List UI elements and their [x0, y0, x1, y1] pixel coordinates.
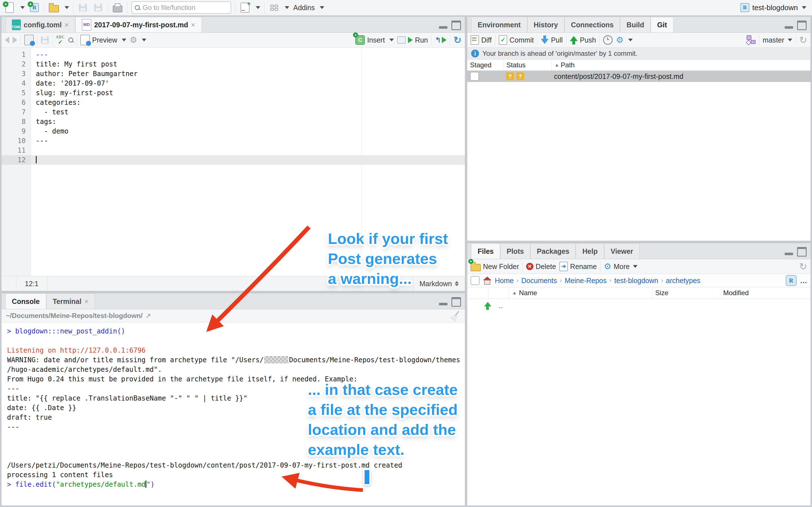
version-control-dropdown-icon[interactable]: [256, 6, 260, 9]
commit-button[interactable]: ✓Commit: [499, 35, 534, 45]
goto-file-input[interactable]: [142, 3, 219, 12]
addins-button[interactable]: Addins: [293, 4, 315, 12]
save-icon[interactable]: [77, 1, 89, 14]
project-selector[interactable]: R test-blogdown: [741, 3, 806, 12]
new-project-icon[interactable]: R+: [29, 1, 40, 14]
gear-dropdown-icon[interactable]: [142, 39, 146, 41]
maximize-pane-icon[interactable]: [797, 247, 807, 257]
close-tab-icon[interactable]: ×: [84, 297, 89, 306]
minimize-pane-icon[interactable]: [439, 26, 448, 29]
column-name[interactable]: ▲Name: [509, 287, 652, 298]
parent-directory-link[interactable]: ..: [499, 302, 503, 310]
source-sync-icon[interactable]: ↻: [454, 35, 462, 45]
back-icon[interactable]: [5, 37, 9, 43]
close-tab-icon[interactable]: ×: [64, 20, 69, 29]
pull-button[interactable]: Pull: [541, 36, 563, 45]
cursor-position[interactable]: 12:1: [16, 276, 47, 291]
more-directory-button[interactable]: …: [800, 276, 807, 285]
refresh-icon[interactable]: ↻: [799, 35, 808, 45]
tab-help[interactable]: Help: [576, 243, 604, 259]
find-icon[interactable]: [68, 38, 73, 43]
tab-environment[interactable]: Environment: [471, 17, 527, 33]
maximize-pane-icon[interactable]: [451, 20, 461, 30]
minimize-pane-icon[interactable]: [439, 303, 448, 305]
git-more-gear-icon[interactable]: ⚙: [616, 36, 624, 44]
column-modified[interactable]: Modified: [720, 287, 811, 298]
branch-icon[interactable]: [746, 35, 756, 45]
rename-button[interactable]: ➜Rename: [559, 262, 597, 271]
diff-button[interactable]: Diff: [470, 35, 492, 45]
column-size[interactable]: Size: [652, 287, 720, 298]
new-file-dropdown-icon[interactable]: [20, 6, 25, 9]
parent-directory-row[interactable]: ..: [467, 299, 811, 313]
tab-viewer[interactable]: Viewer: [604, 243, 640, 259]
branch-selector[interactable]: master: [763, 36, 792, 44]
rerun-icon[interactable]: ↰: [435, 36, 447, 44]
tab-config-toml[interactable]: TOML config.toml ×: [5, 17, 75, 33]
console-output[interactable]: > blogdown:::new_post_addin() Listening …: [1, 323, 465, 506]
goto-file-search[interactable]: [132, 1, 231, 14]
close-tab-icon[interactable]: ×: [191, 20, 195, 29]
addins-dropdown-icon[interactable]: [320, 6, 324, 9]
open-file-dropdown-icon[interactable]: [64, 6, 69, 9]
version-control-icon[interactable]: [239, 1, 251, 14]
breadcrumb-archetypes[interactable]: archetypes: [666, 277, 700, 285]
popout-window-icon[interactable]: [24, 35, 34, 45]
select-all-checkbox[interactable]: [470, 276, 479, 285]
insert-dropdown-icon[interactable]: [389, 39, 394, 41]
breadcrumb-test-blogdown[interactable]: test-blogdown: [614, 277, 658, 285]
tab-first-post-md[interactable]: MD 2017-09-07-my-first-post.md ×: [75, 17, 202, 33]
delete-button[interactable]: ✕Delete: [526, 263, 556, 271]
clear-console-icon[interactable]: [450, 311, 460, 321]
search-icon: [135, 5, 140, 10]
push-button[interactable]: Push: [570, 36, 596, 45]
save-icon[interactable]: [41, 36, 49, 44]
git-table-empty-area: [467, 82, 811, 241]
tab-packages[interactable]: Packages: [530, 243, 576, 259]
tab-connections[interactable]: Connections: [564, 17, 620, 33]
tab-terminal[interactable]: Terminal ×: [46, 293, 95, 309]
column-path[interactable]: ▲Path: [552, 60, 811, 70]
spellcheck-icon[interactable]: ABC✓: [56, 35, 65, 45]
breadcrumb-documents[interactable]: Documents: [521, 277, 557, 285]
console-input-line[interactable]: > file.edit("archetypes/default.md"): [7, 480, 459, 489]
breadcrumb-meine-repos[interactable]: Meine-Repos: [565, 277, 607, 285]
tab-git[interactable]: Git: [651, 17, 673, 33]
new-folder-button[interactable]: +New Folder: [470, 262, 519, 271]
maximize-pane-icon[interactable]: [797, 20, 807, 30]
open-file-icon[interactable]: [48, 1, 59, 14]
tab-history[interactable]: History: [527, 17, 564, 33]
gear-icon[interactable]: ⚙: [130, 36, 137, 44]
workspace-panes-icon[interactable]: [268, 1, 280, 14]
run-button[interactable]: Run: [397, 36, 428, 44]
column-staged[interactable]: Staged: [467, 60, 504, 70]
refresh-icon[interactable]: ↻: [799, 262, 808, 271]
new-file-icon[interactable]: +: [4, 1, 15, 14]
tab-console[interactable]: Console: [5, 293, 46, 309]
breadcrumb-home[interactable]: Home: [495, 277, 514, 285]
more-gear-icon: ⚙: [604, 262, 612, 271]
minimize-pane-icon[interactable]: [784, 252, 793, 255]
home-icon[interactable]: [483, 277, 492, 284]
tab-plots[interactable]: Plots: [500, 243, 530, 259]
maximize-pane-icon[interactable]: [451, 297, 461, 307]
insert-chunk-button[interactable]: C Insert: [355, 35, 385, 45]
save-all-icon[interactable]: [93, 1, 104, 14]
tab-build[interactable]: Build: [620, 17, 651, 33]
workspace-panes-dropdown-icon[interactable]: [285, 6, 289, 9]
tab-files[interactable]: Files: [471, 243, 500, 259]
print-icon[interactable]: [112, 1, 123, 14]
minimize-pane-icon[interactable]: [784, 26, 793, 29]
staged-checkbox[interactable]: [470, 72, 479, 81]
preview-button[interactable]: Preview: [80, 35, 117, 45]
column-status[interactable]: Status: [504, 60, 552, 70]
history-clock-icon[interactable]: [603, 35, 613, 45]
document-mode-selector[interactable]: Markdown: [413, 276, 465, 291]
editor-content[interactable]: 1--- 2title: My first post 3author: Pete…: [1, 48, 465, 276]
more-button[interactable]: ⚙More: [604, 262, 638, 271]
git-more-dropdown-icon[interactable]: [628, 39, 633, 41]
forward-icon[interactable]: [13, 37, 17, 43]
goto-directory-icon[interactable]: ↗: [146, 312, 151, 320]
preview-dropdown-icon[interactable]: [122, 39, 126, 41]
git-file-row[interactable]: ? ? content/post/2017-09-07-my-first-pos…: [467, 71, 811, 82]
